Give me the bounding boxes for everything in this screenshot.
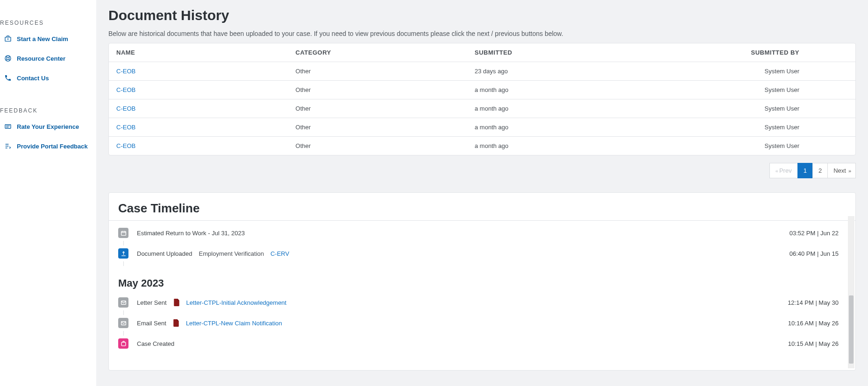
- lifebuoy-icon: [4, 54, 12, 63]
- svg-rect-7: [121, 342, 126, 346]
- timeline-link[interactable]: Letter-CTPL-New Claim Notification: [186, 320, 282, 327]
- sidebar-section-resources: RESOURCES: [0, 14, 96, 29]
- timeline-link[interactable]: Letter-CTPL-Initial Acknowledgement: [186, 299, 287, 306]
- timeline-label: Letter Sent: [137, 299, 167, 306]
- document-link[interactable]: C-EOB: [116, 124, 135, 131]
- briefcase-medical-icon: [4, 35, 12, 43]
- chevrons-right-icon: »: [848, 168, 850, 174]
- scrollbar[interactable]: [848, 216, 854, 368]
- timeline-label: Estimated Return to Work - Jul 31, 2023: [137, 230, 245, 237]
- document-link[interactable]: C-EOB: [116, 68, 135, 75]
- cell-category: Other: [288, 62, 468, 81]
- cell-category: Other: [288, 137, 468, 155]
- table-row: C-EOBOthera month agoSystem User: [109, 81, 855, 99]
- cell-submitted-by: System User: [706, 137, 855, 155]
- case-created-icon: [118, 338, 128, 349]
- timeline-row: Case Created 10:15 AM | May 26: [118, 336, 846, 351]
- table-row: C-EOBOthera month agoSystem User: [109, 99, 855, 118]
- sidebar-item-label: Resource Center: [17, 55, 65, 62]
- timeline-time: 12:14 PM | May 30: [788, 299, 846, 306]
- upload-icon: [118, 248, 128, 259]
- timeline-row: Estimated Return to Work - Jul 31, 2023 …: [118, 225, 846, 240]
- column-category: CATEGORY: [288, 43, 468, 62]
- document-link[interactable]: C-EOB: [116, 105, 135, 112]
- svg-rect-4: [121, 231, 126, 235]
- mail-icon: [118, 318, 128, 328]
- cell-submitted-by: System User: [706, 62, 855, 81]
- pagination-prev: « Prev: [769, 163, 798, 178]
- sidebar-item-resource-center[interactable]: Resource Center: [0, 49, 96, 68]
- pagination-page-1[interactable]: 1: [797, 163, 813, 178]
- cell-category: Other: [288, 118, 468, 137]
- table-row: C-EOBOthera month agoSystem User: [109, 137, 855, 155]
- sidebar: RESOURCES Start a New Claim Resource Cen…: [0, 0, 96, 386]
- timeline-row: Email Sent Letter-CTPL-New Claim Notific…: [118, 316, 846, 330]
- pagination-next[interactable]: Next »: [827, 163, 856, 178]
- timeline-link[interactable]: C-ERV: [270, 250, 289, 257]
- document-history-table: NAME CATEGORY SUBMITTED SUBMITTED BY C-E…: [108, 43, 856, 155]
- table-row: C-EOBOther23 days agoSystem User: [109, 62, 855, 81]
- calendar-icon: [118, 228, 128, 238]
- timeline-title: Case Timeline: [109, 201, 855, 220]
- timeline-body[interactable]: Estimated Return to Work - Jul 31, 2023 …: [109, 220, 855, 351]
- cell-submitted: a month ago: [467, 118, 706, 137]
- cell-submitted-by: System User: [706, 118, 855, 137]
- cell-submitted: a month ago: [467, 81, 706, 99]
- pagination-page-2[interactable]: 2: [812, 163, 828, 178]
- document-link[interactable]: C-EOB: [116, 86, 135, 93]
- timeline-label: Email Sent: [137, 320, 166, 327]
- cell-submitted-by: System User: [706, 81, 855, 99]
- table-row: C-EOBOthera month agoSystem User: [109, 118, 855, 137]
- sidebar-item-label: Start a New Claim: [17, 35, 68, 42]
- page-subtitle: Below are historical documents that have…: [108, 30, 856, 37]
- sidebar-item-contact-us[interactable]: Contact Us: [0, 68, 96, 88]
- timeline-row: Document Uploaded Employment Verificatio…: [118, 246, 846, 261]
- cell-submitted: a month ago: [467, 99, 706, 118]
- sidebar-item-label: Contact Us: [17, 75, 49, 82]
- column-submitted-by: SUBMITTED BY: [706, 43, 855, 62]
- chevrons-left-icon: «: [776, 168, 777, 174]
- timeline-label: Case Created: [137, 340, 174, 347]
- cell-submitted: a month ago: [467, 137, 706, 155]
- phone-icon: [4, 74, 12, 82]
- cell-category: Other: [288, 81, 468, 99]
- star-rating-icon: [4, 122, 12, 131]
- timeline-time: 10:15 AM | May 26: [788, 340, 846, 347]
- cell-category: Other: [288, 99, 468, 118]
- sidebar-item-rate-experience[interactable]: Rate Your Experience: [0, 117, 96, 136]
- sidebar-item-start-claim[interactable]: Start a New Claim: [0, 29, 96, 49]
- timeline-label: Document Uploaded: [137, 250, 192, 257]
- pdf-file-icon: [173, 319, 179, 327]
- timeline-sublabel: Employment Verification: [199, 250, 264, 257]
- page-title: Document History: [108, 7, 856, 23]
- timeline-time: 03:52 PM | Jun 22: [790, 230, 846, 237]
- column-name: NAME: [109, 43, 288, 62]
- sidebar-section-feedback: FEEDBACK: [0, 102, 96, 117]
- document-link[interactable]: C-EOB: [116, 142, 135, 149]
- svg-rect-3: [5, 125, 11, 128]
- pagination: « Prev 1 2 Next »: [108, 163, 856, 178]
- sidebar-item-label: Rate Your Experience: [17, 123, 79, 130]
- feedback-icon: [4, 142, 12, 150]
- timeline-time: 10:16 AM | May 26: [788, 320, 846, 327]
- case-timeline-card: Case Timeline Estimated Return to Work -…: [108, 192, 856, 371]
- timeline-month-header: May 2023: [118, 277, 846, 289]
- pdf-file-icon: [173, 299, 180, 306]
- sidebar-item-portal-feedback[interactable]: Provide Portal Feedback: [0, 136, 96, 156]
- sidebar-item-label: Provide Portal Feedback: [17, 143, 88, 150]
- mail-icon: [118, 297, 128, 308]
- cell-submitted-by: System User: [706, 99, 855, 118]
- svg-point-2: [7, 57, 9, 59]
- column-submitted: SUBMITTED: [467, 43, 706, 62]
- timeline-time: 06:40 PM | Jun 15: [790, 250, 846, 257]
- cell-submitted: 23 days ago: [467, 62, 706, 81]
- timeline-row: Letter Sent Letter-CTPL-Initial Acknowle…: [118, 295, 846, 310]
- main-content: Document History Below are historical do…: [96, 0, 868, 386]
